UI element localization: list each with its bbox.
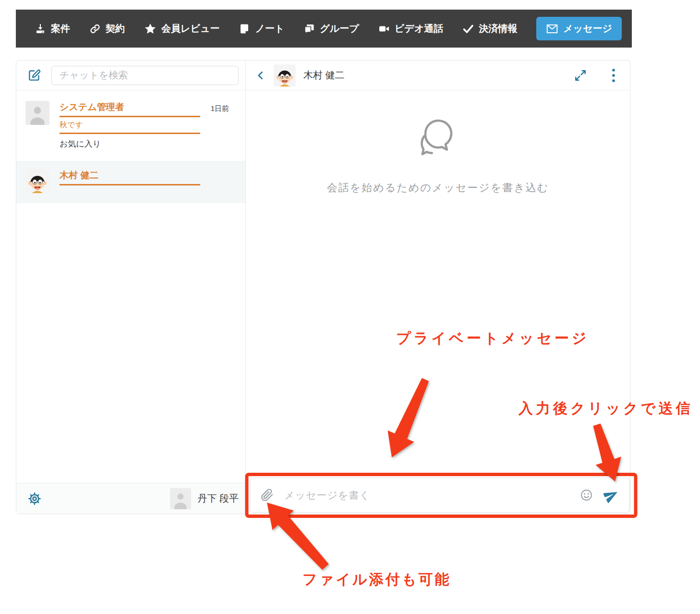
chat-group-icon: [303, 23, 315, 35]
nav-item-groups[interactable]: グループ: [303, 22, 359, 35]
nav-item-label: 案件: [51, 22, 70, 35]
nav-item-messages[interactable]: メッセージ: [536, 17, 622, 40]
annotation-attach-hint-label: ファイル添付も可能: [302, 570, 451, 589]
chat-item-main: 木村 健二: [60, 169, 200, 193]
sidebar-header: [16, 61, 245, 90]
nav-item-cases[interactable]: 案件: [35, 22, 70, 35]
nav-item-member-reviews[interactable]: 会員レビュー: [144, 22, 219, 35]
messenger-panel: システム管理者 秋です お気に入り 1日前 木村 健二: [16, 60, 630, 514]
gear-icon[interactable]: [28, 492, 41, 505]
nav-item-payment-info[interactable]: 決済情報: [462, 22, 517, 35]
nav-item-video-call[interactable]: ビデオ通話: [378, 22, 443, 35]
search-input[interactable]: [51, 66, 239, 85]
check-icon: [462, 23, 474, 35]
nav-item-label: 契約: [106, 22, 125, 35]
nav-item-label: メッセージ: [563, 22, 612, 35]
cartoon-boy-avatar: [25, 169, 49, 193]
nav-item-label: 会員レビュー: [161, 22, 219, 35]
download-icon: [35, 23, 46, 35]
person-placeholder-avatar: [25, 101, 49, 125]
chat-list-item-admin[interactable]: システム管理者 秋です お気に入り 1日前: [16, 90, 245, 161]
chat-header-actions: [574, 68, 616, 83]
note-icon: [239, 23, 250, 35]
expand-icon[interactable]: [574, 69, 587, 82]
person-placeholder-avatar: [170, 488, 191, 509]
cartoon-boy-avatar: [274, 64, 296, 86]
chat-item-preview: 秋です: [60, 120, 200, 134]
chat-item-name: システム管理者: [60, 101, 200, 117]
empty-state-message: 会話を始めるためのメッセージを書き込む: [327, 181, 549, 195]
nav-item-notes[interactable]: ノート: [239, 22, 284, 35]
chat-header: 木村 健二: [246, 61, 630, 90]
chat-body: 会話を始めるためのメッセージを書き込む: [246, 90, 630, 514]
empty-state: 会話を始めるためのメッセージを書き込む: [246, 115, 630, 195]
current-user-name: 丹下 段平: [197, 492, 239, 505]
chat-area: 木村 健二 会話を始めるためのメッセージを書き込む: [246, 61, 630, 514]
current-user: 丹下 段平: [170, 488, 239, 509]
chat-item-main: システム管理者 秋です お気に入り: [60, 101, 200, 149]
paperclip-icon[interactable]: [261, 489, 274, 502]
star-icon: [144, 23, 157, 35]
chat-title: 木村 健二: [303, 69, 345, 82]
chat-list: システム管理者 秋です お気に入り 1日前 木村 健二: [16, 90, 245, 483]
chat-sidebar: システム管理者 秋です お気に入り 1日前 木村 健二: [16, 61, 246, 514]
sidebar-footer: 丹下 段平: [16, 483, 245, 514]
chat-item-time: 1日前: [211, 104, 229, 113]
nav-item-label: 決済情報: [479, 22, 517, 35]
message-input[interactable]: [284, 490, 569, 501]
chat-item-name: 木村 健二: [60, 169, 200, 185]
link-icon: [89, 23, 101, 35]
nav-item-label: ビデオ通話: [395, 22, 443, 35]
send-icon[interactable]: [603, 488, 619, 503]
top-nav: 案件 契約 会員レビュー ノート グループ ビデオ通話 決済情報 メッセージ: [16, 10, 632, 48]
chat-bubbles-icon: [416, 115, 460, 161]
nav-item-label: グループ: [320, 22, 359, 35]
nav-item-label: ノート: [255, 22, 284, 35]
envelope-icon: [546, 23, 558, 35]
chat-item-tag: お気に入り: [60, 138, 200, 149]
video-icon: [378, 23, 390, 35]
message-composer: [250, 478, 630, 513]
emoji-icon[interactable]: [580, 489, 593, 502]
nav-item-contracts[interactable]: 契約: [89, 22, 125, 35]
kebab-menu-icon[interactable]: [612, 68, 616, 83]
back-chevron-icon[interactable]: [255, 69, 266, 82]
chat-list-item-kimura[interactable]: 木村 健二: [16, 161, 245, 203]
compose-icon[interactable]: [28, 69, 41, 82]
